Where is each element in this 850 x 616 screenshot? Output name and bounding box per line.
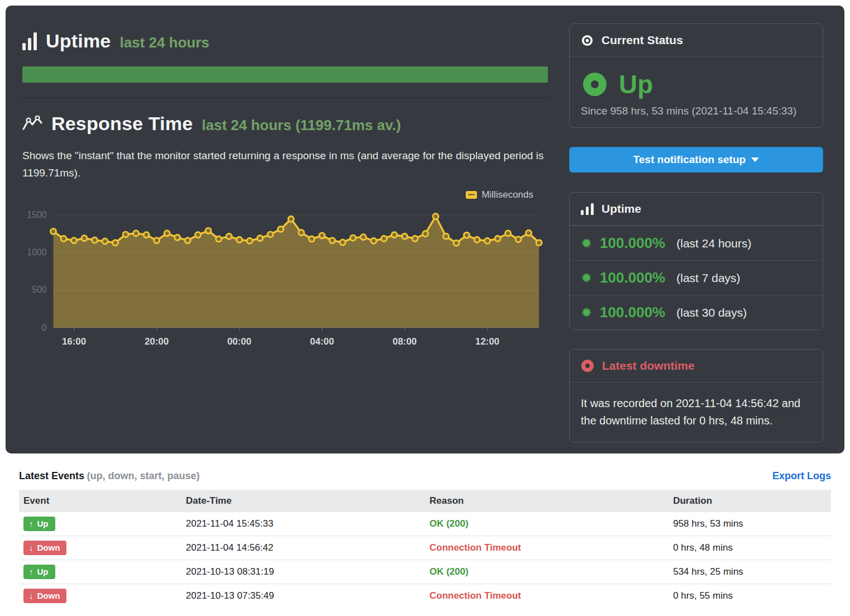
events-table-header: Event Date-Time Reason Duration bbox=[19, 490, 831, 512]
uptime-percent: 100.000% bbox=[600, 304, 665, 321]
up-status-icon bbox=[582, 71, 608, 97]
latest-downtime-card: Latest downtime It was recorded on 2021-… bbox=[569, 349, 823, 442]
line-chart-icon bbox=[22, 116, 42, 132]
status-text: Up bbox=[619, 69, 653, 99]
seal-icon: ✹ bbox=[581, 271, 592, 285]
event-datetime: 2021-11-04 14:56:42 bbox=[182, 536, 425, 560]
svg-text:08:00: 08:00 bbox=[393, 336, 417, 347]
response-time-subtitle: last 24 hours (1199.71ms av.) bbox=[202, 117, 401, 134]
status-badge: ↑Up bbox=[23, 517, 55, 531]
event-datetime: 2021-11-04 15:45:33 bbox=[182, 512, 425, 536]
test-notification-button[interactable]: Test notification setup bbox=[569, 147, 823, 173]
chart-legend[interactable]: Milliseconds bbox=[22, 189, 548, 200]
uptime-period-label: (last 24 hours) bbox=[676, 237, 751, 250]
test-notification-label: Test notification setup bbox=[633, 154, 746, 166]
response-time-chart-svg: 05001000150016:0020:0000:0004:0008:0012:… bbox=[22, 203, 548, 351]
uptime-percent: 100.000% bbox=[600, 235, 665, 252]
event-reason: Connection Timeout bbox=[429, 542, 521, 553]
svg-text:12:00: 12:00 bbox=[475, 336, 499, 347]
uptime-heading: Uptime last 24 hours bbox=[22, 30, 548, 52]
event-datetime: 2021-10-13 08:31:19 bbox=[182, 560, 425, 584]
latest-downtime-text: It was recorded on 2021-11-04 14:56:42 a… bbox=[581, 393, 811, 432]
status-since-text: Since 958 hrs, 53 mins (2021-11-04 15:45… bbox=[581, 105, 811, 117]
event-duration: 958 hrs, 53 mins bbox=[668, 512, 831, 536]
badge-label: Up bbox=[37, 519, 49, 528]
column-header-event: Event bbox=[19, 490, 182, 512]
badge-label: Down bbox=[37, 543, 60, 552]
svg-text:1500: 1500 bbox=[27, 210, 46, 219]
arrow-down-icon: ↓ bbox=[29, 543, 34, 552]
latest-downtime-header: Latest downtime bbox=[570, 350, 823, 383]
sidebar: Current Status Up Since 958 hrs, 53 mins… bbox=[569, 22, 823, 431]
chevron-down-icon bbox=[751, 157, 759, 162]
events-table: Event Date-Time Reason Duration ↑Up 2021… bbox=[19, 490, 831, 608]
current-status-body: Up Since 958 hrs, 53 mins (2021-11-04 15… bbox=[570, 57, 823, 127]
arrow-up-icon: ↑ bbox=[29, 567, 34, 576]
bar-chart-icon bbox=[22, 32, 37, 50]
uptime-card: Uptime ✹ 100.000% (last 24 hours) ✹ 100.… bbox=[569, 192, 823, 330]
current-status-card: Current Status Up Since 958 hrs, 53 mins… bbox=[569, 23, 823, 128]
column-header-datetime: Date-Time bbox=[182, 490, 425, 512]
svg-text:1000: 1000 bbox=[27, 247, 46, 257]
uptime-period-label: (last 30 days) bbox=[676, 306, 747, 319]
event-reason: OK (200) bbox=[429, 566, 469, 577]
response-time-description: Shows the "instant" that the monitor sta… bbox=[22, 147, 548, 182]
status-badge: ↓Down bbox=[23, 541, 66, 555]
column-header-reason: Reason bbox=[425, 490, 668, 512]
arrow-up-icon: ↑ bbox=[29, 519, 34, 528]
latest-events-title: Latest Events bbox=[19, 470, 84, 481]
latest-events-subtitle: (up, down, start, pause) bbox=[87, 470, 200, 481]
bar-chart-icon bbox=[581, 203, 594, 215]
event-datetime: 2021-10-13 07:35:49 bbox=[182, 584, 425, 608]
section-divider bbox=[22, 97, 548, 98]
badge-label: Down bbox=[37, 591, 60, 600]
response-time-title: Response Time bbox=[51, 113, 193, 135]
current-status-header: Current Status bbox=[570, 24, 823, 57]
event-reason: OK (200) bbox=[429, 518, 469, 529]
uptime-title: Uptime bbox=[46, 30, 111, 52]
uptime-card-title: Uptime bbox=[601, 202, 641, 216]
uptime-row-24h: ✹ 100.000% (last 24 hours) bbox=[570, 226, 823, 260]
event-reason: Connection Timeout bbox=[429, 590, 521, 601]
event-duration: 0 hrs, 55 mins bbox=[668, 584, 831, 608]
table-row: ↓Down 2021-10-13 07:35:49 Connection Tim… bbox=[19, 584, 831, 608]
uptime-subtitle: last 24 hours bbox=[120, 34, 209, 51]
uptime-period-label: (last 7 days) bbox=[676, 271, 740, 285]
table-row: ↓Down 2021-11-04 14:56:42 Connection Tim… bbox=[19, 536, 831, 560]
dot-circle-icon bbox=[581, 34, 594, 47]
svg-text:0: 0 bbox=[42, 323, 47, 332]
uptime-card-header: Uptime bbox=[570, 193, 823, 226]
uptime-row-30d: ✹ 100.000% (last 30 days) bbox=[570, 295, 823, 330]
latest-events-section: Latest Events (up, down, start, pause) E… bbox=[0, 453, 850, 608]
response-time-chart: Milliseconds 05001000150016:0020:0000:00… bbox=[22, 189, 548, 351]
uptime-percent: 100.000% bbox=[600, 269, 665, 286]
main-column: Uptime last 24 hours Response Time last … bbox=[22, 22, 548, 431]
current-status-title: Current Status bbox=[601, 34, 683, 47]
monitor-detail-panel: Uptime last 24 hours Response Time last … bbox=[6, 6, 844, 453]
down-status-icon bbox=[581, 359, 594, 373]
arrow-down-icon: ↓ bbox=[29, 591, 34, 600]
uptime-row-7d: ✹ 100.000% (last 7 days) bbox=[570, 260, 823, 295]
svg-text:20:00: 20:00 bbox=[145, 336, 169, 347]
svg-text:00:00: 00:00 bbox=[227, 336, 251, 347]
export-logs-link[interactable]: Export Logs bbox=[772, 470, 831, 482]
seal-icon: ✹ bbox=[581, 306, 592, 319]
table-row: ↑Up 2021-11-04 15:45:33 OK (200) 958 hrs… bbox=[19, 512, 831, 536]
svg-text:500: 500 bbox=[32, 285, 47, 294]
status-badge: ↓Down bbox=[23, 589, 66, 603]
svg-text:16:00: 16:00 bbox=[62, 336, 86, 347]
seal-icon: ✹ bbox=[581, 237, 592, 250]
event-duration: 534 hrs, 25 mins bbox=[668, 560, 831, 584]
svg-text:04:00: 04:00 bbox=[310, 336, 334, 347]
event-duration: 0 hrs, 48 mins bbox=[668, 536, 831, 560]
uptime-status-bar[interactable] bbox=[22, 66, 548, 83]
badge-label: Up bbox=[37, 567, 49, 576]
column-header-duration: Duration bbox=[668, 490, 831, 512]
legend-label: Milliseconds bbox=[481, 189, 533, 200]
response-time-heading: Response Time last 24 hours (1199.71ms a… bbox=[22, 113, 548, 135]
status-badge: ↑Up bbox=[23, 565, 55, 579]
legend-swatch-icon bbox=[466, 191, 477, 199]
latest-downtime-title: Latest downtime bbox=[602, 359, 695, 373]
latest-events-heading: Latest Events (up, down, start, pause) bbox=[19, 470, 200, 482]
table-row: ↑Up 2021-10-13 08:31:19 OK (200) 534 hrs… bbox=[19, 560, 831, 584]
